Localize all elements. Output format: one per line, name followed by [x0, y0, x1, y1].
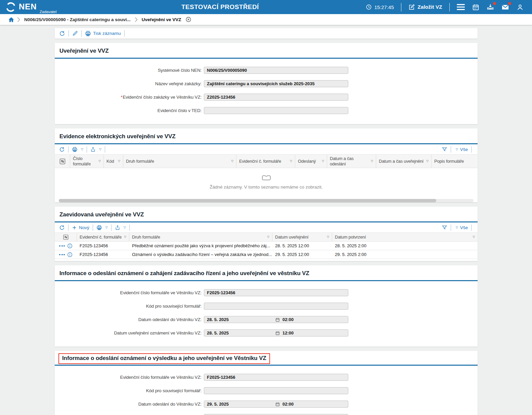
- cell-form-type: Oznámení o výsledku zadávacího řízení – …: [129, 252, 272, 257]
- form-number-input[interactable]: F2025-123456: [204, 374, 348, 381]
- table-header-cell[interactable]: Kód▽: [104, 155, 123, 168]
- section-title: Zaevidovaná uveřejnění ve VVZ: [55, 207, 478, 221]
- breadcrumb-item-procurement[interactable]: N006/25/V00005090 - Zajištění cateringu …: [24, 17, 131, 22]
- record-toolbar: Tisk záznamu: [55, 28, 478, 39]
- row-info-button[interactable]: [67, 243, 73, 249]
- refresh-button[interactable]: [59, 31, 65, 37]
- table-header-cell[interactable]: Druh formuláře▽: [123, 155, 236, 168]
- related-code-input[interactable]: [204, 303, 348, 310]
- brand-subtitle: Zadavatel: [40, 10, 57, 14]
- table-row[interactable]: F2025-123456 Oznámení o výsledku zadávac…: [55, 250, 478, 259]
- edit-record-button[interactable]: [72, 31, 78, 36]
- table-header-cell[interactable]: Druh formuláře▽: [129, 233, 272, 241]
- table-header-cell[interactable]: Datum potvrzení▽: [332, 233, 478, 241]
- send-date-input[interactable]: 28. 5. 2025 02:00: [204, 316, 348, 323]
- table-header-cell[interactable]: Evidenční č. formuláře▽: [236, 155, 295, 168]
- date-value: 28. 5. 2025: [207, 317, 229, 322]
- time-value: 02:00: [282, 317, 294, 322]
- home-icon[interactable]: [8, 16, 14, 23]
- dropdown-triangle-icon[interactable]: ▽: [124, 226, 126, 229]
- menu-button[interactable]: [457, 4, 465, 10]
- field-row: Evidenční číslo formuláře ve Věstníku VZ…: [55, 374, 478, 381]
- dropdown-triangle-icon[interactable]: ▽: [105, 226, 108, 229]
- dropdown-triangle-icon[interactable]: ▽: [99, 148, 101, 151]
- registered-table-header: Evidenční č. formuláře▽ Druh formuláře▽ …: [55, 232, 478, 242]
- divider: [401, 3, 402, 11]
- export-button[interactable]: ▽: [90, 147, 101, 152]
- table-header-cell[interactable]: Popis formuláře: [432, 155, 478, 168]
- ted-number-input[interactable]: [204, 107, 348, 114]
- filter-all-button[interactable]: ▽ Vše: [454, 147, 468, 152]
- filter-triangle-icon[interactable]: ▽: [118, 159, 120, 163]
- calendar-button[interactable]: [472, 4, 479, 11]
- table-header-cell[interactable]: Číslo formuláře▽: [70, 155, 104, 168]
- refresh-button[interactable]: [59, 147, 65, 152]
- system-number-input[interactable]: N006/25/V00005090: [204, 67, 348, 74]
- plus-icon: [72, 225, 77, 230]
- filter-all-label: Vše: [460, 147, 468, 152]
- messages-button[interactable]: [501, 3, 509, 11]
- print-button[interactable]: ▽: [96, 225, 108, 230]
- downloads-button[interactable]: [487, 3, 494, 11]
- dropdown-triangle-icon[interactable]: ▽: [81, 148, 83, 151]
- table-header-cell[interactable]: Datum a čas odeslání▽: [327, 155, 376, 168]
- create-vz-button[interactable]: Založit VZ: [408, 4, 442, 10]
- filter-triangle-icon[interactable]: ▽: [290, 159, 292, 163]
- related-code-input[interactable]: [204, 387, 348, 394]
- row-menu-button[interactable]: [59, 254, 65, 255]
- empty-state-text: Žádné záznamy. V tomto seznamu nemáme co…: [55, 185, 478, 190]
- calendar-small-icon[interactable]: [275, 402, 280, 407]
- user-button[interactable]: [517, 4, 524, 11]
- contract-name-input[interactable]: Zajištění cateringu a souvisejících služ…: [204, 80, 348, 87]
- filter-triangle-icon[interactable]: ▽: [426, 159, 429, 163]
- column-settings-button[interactable]: [55, 155, 70, 168]
- section-title: Uveřejnění ve VVZ: [55, 43, 478, 58]
- chevron-right-icon: [135, 17, 138, 22]
- form-number-input[interactable]: F2025-123456: [204, 289, 348, 296]
- export-button[interactable]: ▽: [115, 225, 126, 230]
- column-settings-button[interactable]: [55, 233, 77, 241]
- row-info-button[interactable]: [67, 252, 73, 257]
- inbox-download-icon: [487, 3, 494, 11]
- print-record-button[interactable]: Tisk záznamu: [85, 31, 121, 37]
- divider: [451, 224, 451, 231]
- table-header-cell[interactable]: Odeslaný▽: [295, 155, 327, 168]
- date-value: 28. 5. 2025: [207, 330, 229, 335]
- send-date-input[interactable]: 29. 5. 2025 02:00: [204, 401, 348, 408]
- clock-time: 15:27:45: [374, 4, 394, 10]
- nen-logo[interactable]: NEN Zadavatel: [5, 2, 37, 12]
- filter-triangle-icon[interactable]: ▽: [327, 235, 329, 239]
- filter-all-button[interactable]: ▽ Vše: [454, 225, 468, 230]
- filter-funnel-button[interactable]: [442, 147, 447, 152]
- table-header-cell[interactable]: Datum a čas uveřejnění▽: [376, 155, 432, 168]
- filter-triangle-icon[interactable]: ▽: [322, 159, 324, 163]
- calendar-small-icon[interactable]: [275, 317, 280, 322]
- divider: [81, 30, 82, 37]
- scrollbar-thumb[interactable]: [59, 199, 436, 202]
- required-asterisk: *: [121, 95, 122, 100]
- divider: [93, 224, 93, 231]
- field-row: Datum odeslání do Věstníku VZ: 28. 5. 20…: [55, 316, 478, 323]
- publish-date-input[interactable]: 28. 5. 2025 12:00: [204, 329, 348, 336]
- row-menu-button[interactable]: [59, 245, 65, 247]
- filter-triangle-icon[interactable]: ▽: [267, 235, 269, 239]
- filter-triangle-icon[interactable]: ▽: [371, 159, 373, 163]
- refresh-button[interactable]: [59, 225, 65, 230]
- evidence-table-header: Číslo formuláře▽ Kód▽ Druh formuláře▽ Ev…: [55, 154, 478, 168]
- table-header-cell[interactable]: Evidenční č. formuláře▽: [77, 233, 129, 241]
- filter-triangle-icon[interactable]: ▽: [473, 235, 475, 239]
- filter-funnel-button[interactable]: [442, 225, 447, 230]
- filter-triangle-icon[interactable]: ▽: [124, 235, 126, 239]
- cell-form-number: F2025-123456: [77, 243, 129, 248]
- filter-triangle-icon[interactable]: ▽: [231, 159, 233, 163]
- close-tab-icon[interactable]: [185, 16, 191, 22]
- filter-all-label: Vše: [460, 225, 468, 230]
- table-header-cell[interactable]: Datum uveřejnění▽: [272, 233, 332, 241]
- cell-publish-date: 29. 5. 2025 12:00: [272, 252, 332, 257]
- new-button[interactable]: Nový: [72, 225, 89, 230]
- print-button[interactable]: ▽: [72, 147, 83, 152]
- vvz-number-input[interactable]: Z2025-123456: [204, 94, 348, 101]
- filter-triangle-icon[interactable]: ▽: [98, 159, 101, 163]
- table-row[interactable]: F2025-123456 Předběžné oznámení použité …: [55, 242, 478, 250]
- calendar-small-icon[interactable]: [275, 331, 280, 335]
